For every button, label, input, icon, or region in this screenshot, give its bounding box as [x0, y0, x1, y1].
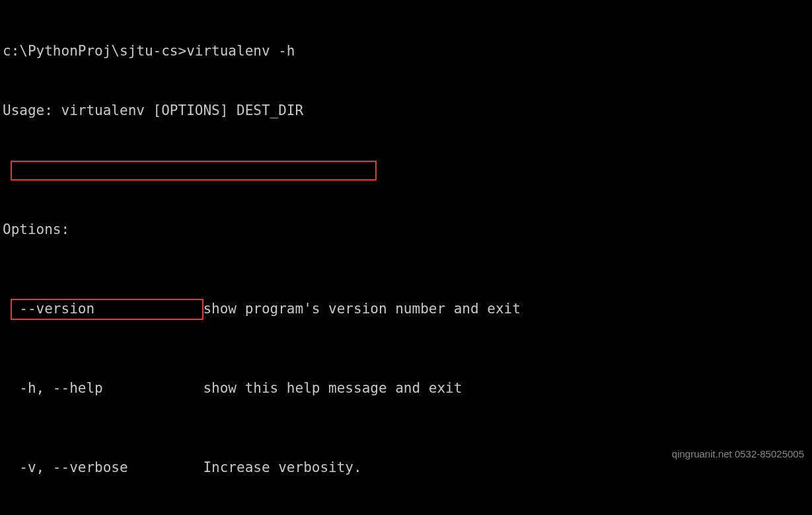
desc-verbose: Increase verbosity. — [203, 459, 361, 475]
usage-line: Usage: virtualenv [OPTIONS] DEST_DIR — [3, 100, 809, 120]
desc-help: show this help message and exit — [203, 380, 462, 396]
flag-help: -h, --help — [3, 380, 203, 396]
opt-help: -h, --help show this help message and ex… — [3, 378, 809, 398]
blank-line — [3, 160, 809, 180]
terminal-output: c:\PythonProj\sjtu-cs>virtualenv -h Usag… — [0, 0, 812, 515]
flag-verbose: -v, --verbose — [3, 459, 203, 475]
options-header: Options: — [3, 219, 809, 239]
prompt-line[interactable]: c:\PythonProj\sjtu-cs>virtualenv -h — [3, 41, 809, 61]
opt-version: --version show program's version number … — [3, 299, 809, 319]
flag-version: --version — [3, 301, 203, 317]
desc-version: show program's version number and exit — [203, 301, 520, 317]
watermark-text: qingruanit.net 0532-85025005 — [672, 444, 804, 464]
